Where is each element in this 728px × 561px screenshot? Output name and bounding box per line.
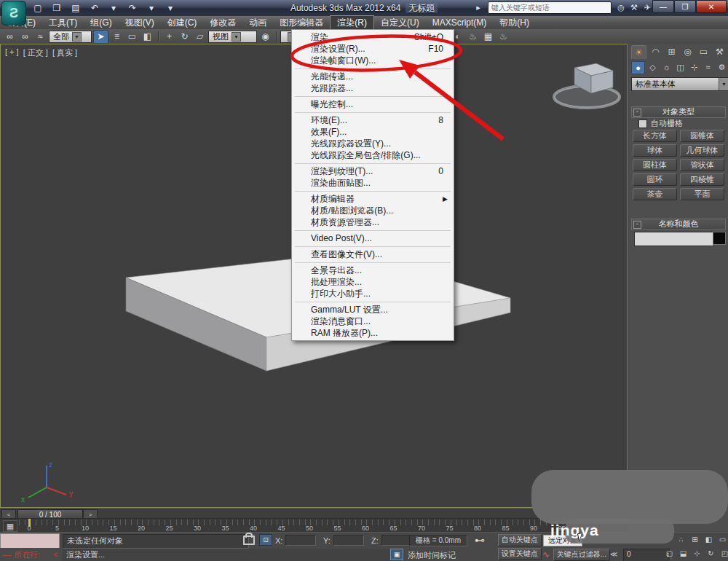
save-file-icon[interactable]: ▤ (68, 1, 83, 14)
redo-flyout-icon[interactable]: ▾ (144, 1, 159, 14)
zoom-icon[interactable]: ∴ (676, 534, 687, 544)
menu-item-材质资源管理器-[interactable]: 材质资源管理器... (292, 216, 454, 228)
menu-item-Video-Post-V-[interactable]: Video Post(V)... (292, 232, 454, 244)
menu-item-效果-F-[interactable]: 效果(F)... (292, 126, 454, 138)
object-button-管状体[interactable]: 管状体 (680, 159, 724, 171)
menu-item-光线跟踪器设置-Y-[interactable]: 光线跟踪器设置(Y)... (292, 138, 454, 149)
add-time-tag[interactable]: 添加时间标记 (408, 550, 456, 561)
menubar-item[interactable]: 组(G) (84, 16, 118, 30)
menubar-item[interactable]: 工具(T) (42, 16, 84, 30)
menu-item-RAM-播放器-P-[interactable]: RAM 播放器(P)... (292, 327, 454, 339)
tab-modify[interactable]: ◠ (649, 45, 662, 58)
menubar-item[interactable]: 修改器 (203, 16, 242, 30)
selection-filter-dropdown[interactable]: 全部▼ (49, 31, 92, 43)
menubar-item[interactable]: 动画 (242, 16, 273, 30)
undo-flyout-icon[interactable]: ▾ (106, 1, 121, 14)
listener-scroll-icon[interactable]: — (3, 550, 11, 559)
qat-customize-icon[interactable]: ▾ (163, 1, 178, 14)
time-tag-icon[interactable]: ▣ (390, 549, 403, 560)
object-name-input[interactable] (634, 232, 714, 246)
menubar-item[interactable]: MAXScript(M) (426, 17, 494, 28)
menu-item-全景导出器-[interactable]: 全景导出器... (292, 264, 454, 276)
menu-item-打印大小助手-[interactable]: 打印大小助手... (292, 288, 454, 299)
zoom-all-icon[interactable]: ⊞ (689, 534, 700, 544)
menu-item-渲染[interactable]: 渲染Shift+Q (292, 31, 454, 43)
object-button-圆柱体[interactable]: 圆柱体 (633, 159, 677, 171)
key-filters-button[interactable]: 关键点过滤器... (553, 549, 610, 561)
subtab-systems[interactable]: ⚙ (716, 61, 728, 73)
geometry-category-dropdown[interactable]: 标准基本体 ▼ (631, 77, 728, 91)
select-object-icon[interactable]: ➤ (93, 30, 108, 44)
restore-button[interactable]: ❐ (674, 0, 696, 13)
redo-icon[interactable]: ↷ (125, 1, 140, 14)
key-mode-toggle-icon[interactable]: ≪ (610, 550, 617, 558)
checkbox-icon[interactable] (638, 119, 647, 128)
object-button-四棱锥[interactable]: 四棱锥 (680, 173, 724, 186)
selection-lock-icon[interactable] (243, 536, 255, 545)
menu-item-材质-贴图浏览器-B-[interactable]: 材质/贴图浏览器(B)... (292, 205, 454, 216)
menu-item-批处理渲染-[interactable]: 批处理渲染... (292, 276, 454, 288)
menu-item-渲染到纹理-T-[interactable]: 渲染到纹理(T)...0 (292, 165, 454, 177)
listener-expand-icon[interactable]: < (53, 550, 58, 559)
menu-item-光能传递-[interactable]: 光能传递... (292, 71, 454, 82)
object-button-平面[interactable]: 平面 (680, 188, 724, 200)
use-pivot-center-icon[interactable]: ◉ (258, 31, 272, 43)
track-bar[interactable]: ▦ 05101520253035404550556065707580859095… (0, 518, 628, 533)
search-input[interactable] (488, 1, 612, 14)
zoom-extents-all-icon[interactable]: ▭ (717, 534, 728, 544)
menu-item-材质编辑器[interactable]: 材质编辑器▶ (292, 193, 454, 205)
tab-create[interactable]: ☀ (631, 45, 646, 59)
zoom-extents-icon[interactable]: ◧ (703, 534, 714, 544)
menu-item-渲染曲面贴图-[interactable]: 渲染曲面贴图... (292, 177, 454, 189)
auto-key-button[interactable]: 自动关键点 (498, 534, 542, 546)
window-crossing-icon[interactable]: ◧ (141, 31, 154, 43)
x-field[interactable] (285, 535, 316, 546)
menu-item-渲染消息窗口-[interactable]: 渲染消息窗口... (292, 315, 454, 327)
tab-utilities[interactable]: ⚒ (713, 45, 727, 58)
rendered-frame-window-icon[interactable]: ▦ (481, 31, 495, 43)
search-flyout-icon[interactable]: ▸ (472, 2, 485, 14)
3dsmax-logo-icon[interactable]: Ƨ (1, 1, 26, 26)
mini-curve-editor-icon[interactable]: ▦ (3, 520, 17, 532)
open-file-icon[interactable]: ❒ (50, 1, 64, 14)
tab-motion[interactable]: ◎ (681, 45, 695, 58)
menu-item-曝光控制-[interactable]: 曝光控制... (292, 98, 454, 110)
menu-item-渲染设置-R-[interactable]: 渲染设置(R)...F10 (292, 43, 454, 55)
menubar-item[interactable]: 图形编辑器 (273, 16, 330, 30)
reference-coordinate-dropdown[interactable]: 视图▼ (208, 31, 257, 43)
menu-item-光跟踪器-[interactable]: 光跟踪器... (292, 82, 454, 94)
object-button-圆环[interactable]: 圆环 (633, 173, 677, 186)
wrench-icon[interactable]: ⚒ (628, 2, 641, 14)
field-of-view-icon[interactable]: ⬓ (678, 548, 689, 558)
menu-item-Gamma-LUT-设置-[interactable]: Gamma/LUT 设置... (292, 304, 454, 315)
subtab-cameras[interactable]: ◫ (674, 61, 687, 73)
subtab-geometry[interactable]: ● (631, 61, 645, 74)
menubar-item[interactable]: 自定义(U) (374, 16, 426, 30)
rollout-name-color[interactable]: - 名称和颜色 (631, 219, 726, 230)
render-setup-icon[interactable]: ♨ (466, 31, 480, 43)
tab-display[interactable]: ▭ (697, 45, 711, 58)
object-color-swatch[interactable] (713, 232, 726, 245)
autogrid-checkbox[interactable]: 自动栅格 (638, 118, 683, 129)
communication-center-icon[interactable]: ◎ (614, 2, 628, 14)
menu-item-查看图像文件-V-[interactable]: 查看图像文件(V)... (292, 248, 454, 260)
menubar-item[interactable]: 创建(C) (161, 16, 204, 30)
rectangular-region-icon[interactable]: ▭ (125, 31, 139, 43)
bind-to-space-warp-icon[interactable]: ≈ (33, 31, 47, 43)
object-button-球体[interactable]: 球体 (633, 144, 677, 157)
unlink-selection-icon[interactable]: ∞ (18, 31, 32, 43)
maximize-viewport-icon[interactable]: ◰ (719, 548, 728, 558)
absolute-mode-icon[interactable]: ⊡ (259, 534, 272, 546)
zoom-region-icon[interactable]: ▢ (664, 548, 675, 558)
subtab-space-warps[interactable]: ≈ (702, 61, 714, 73)
menu-item-光线跟踪全局包含-排除-G-[interactable]: 光线跟踪全局包含/排除(G)... (292, 149, 454, 161)
object-button-几何球体[interactable]: 几何球体 (680, 144, 724, 157)
undo-icon[interactable]: ↶ (87, 1, 102, 14)
rollout-object-type[interactable]: - 对象类型 (631, 106, 726, 118)
y-field[interactable] (333, 535, 364, 546)
select-and-scale-icon[interactable]: ▱ (193, 31, 207, 43)
menubar-item[interactable]: 渲染(R) (330, 15, 374, 30)
select-by-name-icon[interactable]: ≡ (110, 31, 124, 43)
z-field[interactable] (381, 535, 412, 546)
minimize-button[interactable]: — (652, 0, 674, 13)
